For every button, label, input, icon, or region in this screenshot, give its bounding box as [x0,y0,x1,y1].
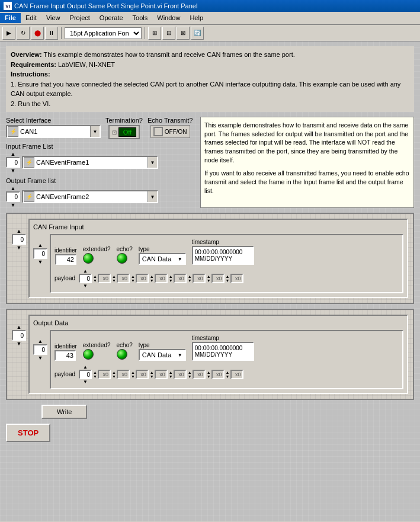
can-input-inner-spin-up[interactable]: ▲ [38,242,43,248]
output-outer-spin-down[interactable]: ▼ [17,341,22,347]
output-payload-down-5[interactable]: ▼ [188,374,192,379]
can-payload-val-0[interactable]: x0 [98,274,111,283]
can-input-extended-group: extended? [83,246,111,265]
output-payload-down-0[interactable]: ▼ [93,374,97,379]
output-frame-arrow[interactable]: ▼ [148,191,157,202]
output-payload-up-7[interactable]: ▲ [226,370,230,374]
output-outer-spin-up[interactable]: ▲ [17,324,22,330]
can-payload-down-4[interactable]: ▼ [169,278,173,283]
output-payload-down-3[interactable]: ▼ [150,374,154,379]
distribute-button[interactable]: ⊟ [162,27,175,40]
can-payload-up-2[interactable]: ▲ [131,274,135,278]
can-input-outer-spin-up[interactable]: ▲ [17,228,22,234]
can-payload-down-1[interactable]: ▼ [112,278,116,283]
menu-file[interactable]: File [0,13,21,23]
output-inner-spin-down[interactable]: ▼ [38,355,43,361]
menu-view[interactable]: View [41,13,65,23]
can-input-payload-spin-down[interactable]: ▼ [83,283,88,289]
pause-button[interactable]: ⏸ [45,27,58,40]
output-payload-val-2[interactable]: x0 [136,370,149,379]
output-payload-val-4[interactable]: x0 [174,370,187,379]
can-payload-down-6[interactable]: ▼ [207,278,211,283]
output-payload-spin-up[interactable]: ▲ [83,364,88,370]
instructions-label: Instructions: [11,71,50,78]
resize-button[interactable]: ⊠ [177,27,190,40]
can-payload-down-0[interactable]: ▼ [93,278,97,283]
echo-transmit-checkbox[interactable] [153,127,163,136]
interface-dropdown-arrow[interactable]: ▼ [90,126,100,137]
output-identifier-label: identifier [54,343,77,350]
abort-button[interactable]: ⬤ [31,27,44,40]
output-payload-down-7[interactable]: ▼ [226,374,230,379]
run-button[interactable]: ▶ [2,27,15,40]
output-payload-val-7[interactable]: x0 [230,370,243,379]
output-payload-up-3[interactable]: ▲ [150,370,154,374]
output-payload-up-6[interactable]: ▲ [207,370,211,374]
output-inner-spin-up[interactable]: ▲ [38,338,43,344]
write-button[interactable]: Write [41,405,87,419]
output-payload-val-6[interactable]: x0 [211,370,225,379]
output-payload-down-2[interactable]: ▼ [131,374,135,379]
can-payload-down-5[interactable]: ▼ [188,278,192,283]
can-payload-val-6[interactable]: x0 [211,274,225,283]
can-payload-up-6[interactable]: ▲ [207,274,211,278]
can-payload-up-4[interactable]: ▲ [169,274,173,278]
output-payload-item-1: ▲▼x0 [112,370,130,379]
output-payload-val-0[interactable]: x0 [98,370,111,379]
run-continuous-button[interactable]: ↻ [17,27,30,40]
instruction1-line: 1. Ensure that you have connected the se… [11,79,409,99]
menu-tools[interactable]: Tools [128,13,153,23]
font-selector[interactable]: 15pt Application Font [65,27,142,39]
output-type-value[interactable]: CAN Data ▼ [139,349,186,361]
can-payload-val-5[interactable]: x0 [193,274,206,283]
output-payload-down-6[interactable]: ▼ [207,374,211,379]
can-payload-up-3[interactable]: ▲ [150,274,154,278]
can-payload-val-3[interactable]: x0 [155,274,168,283]
menu-edit[interactable]: Edit [21,13,41,23]
can-payload-val-1[interactable]: x0 [117,274,130,283]
can-payload-down-2[interactable]: ▼ [131,278,135,283]
output-payload-down-1[interactable]: ▼ [112,374,116,379]
output-frame-dropdown[interactable]: ⚡ CANEventFrame2 ▼ [22,190,158,203]
output-payload-up-4[interactable]: ▲ [169,370,173,374]
can-input-type-value[interactable]: CAN Data ▼ [139,253,186,265]
reorder-button[interactable]: 🔄 [191,27,204,40]
output-payload-val-1[interactable]: x0 [117,370,130,379]
can-input-outer-spin-down[interactable]: ▼ [17,245,22,251]
can-payload-up-1[interactable]: ▲ [112,274,116,278]
can-payload-up-0[interactable]: ▲ [93,274,97,278]
input-frame-spin-down[interactable]: ▼ [11,168,16,174]
can-payload-down-3[interactable]: ▼ [150,278,154,283]
can-payload-val-4[interactable]: x0 [174,274,187,283]
output-identifier-value[interactable]: 43 [54,350,76,361]
align-button[interactable]: ⊞ [148,27,161,40]
can-payload-val-7[interactable]: x0 [230,274,243,283]
can-input-identifier-value[interactable]: 42 [55,254,76,265]
output-payload-up-0[interactable]: ▲ [93,370,97,374]
can-payload-up-7[interactable]: ▲ [226,274,230,278]
output-frame-spin-up[interactable]: ▲ [11,185,16,191]
output-payload-val-5[interactable]: x0 [193,370,206,379]
menu-operate[interactable]: Operate [95,13,128,23]
can-input-payload-spin-up[interactable]: ▲ [83,268,88,274]
output-frame-spin-down[interactable]: ▼ [11,202,16,208]
output-payload-up-2[interactable]: ▲ [131,370,135,374]
output-payload-val-3[interactable]: x0 [155,370,168,379]
menu-help[interactable]: Help [185,13,208,23]
can-input-inner-spin-down[interactable]: ▼ [38,259,43,265]
output-payload-up-1[interactable]: ▲ [112,370,116,374]
menu-project[interactable]: Project [65,13,95,23]
can-payload-down-7[interactable]: ▼ [226,278,230,283]
input-frame-arrow[interactable]: ▼ [148,157,157,168]
can-payload-up-5[interactable]: ▲ [188,274,192,278]
input-frame-dropdown[interactable]: ⚡ CANEventFrame1 ▼ [22,156,158,169]
output-payload-spin-down[interactable]: ▼ [83,379,88,385]
output-echo-label: echo? [117,342,133,348]
output-payload-down-4[interactable]: ▼ [169,374,173,379]
output-payload-up-5[interactable]: ▲ [188,370,192,374]
select-interface-dropdown[interactable]: ⚡ CAN1 ▼ [6,125,101,138]
stop-button[interactable]: STOP [6,424,50,442]
menu-window[interactable]: Window [152,13,185,23]
input-frame-spin-up[interactable]: ▲ [11,151,16,157]
can-payload-val-2[interactable]: x0 [136,274,149,283]
